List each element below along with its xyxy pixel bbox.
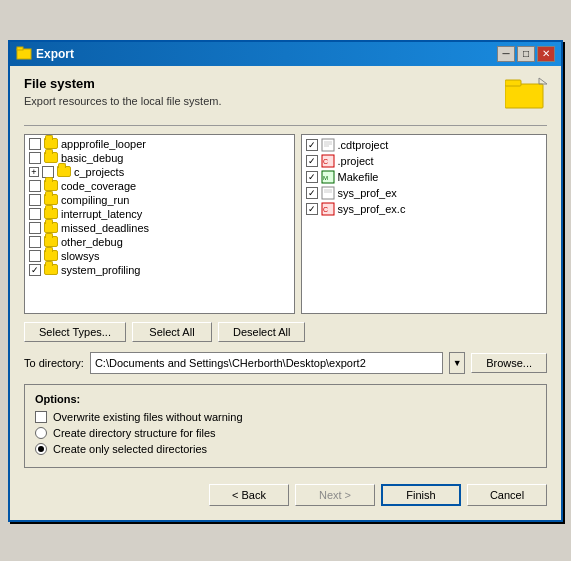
option-dir-structure: Create directory structure for files: [35, 427, 536, 439]
list-item[interactable]: basic_debug: [27, 151, 292, 165]
radio-selected-dirs[interactable]: [35, 443, 47, 455]
list-item[interactable]: code_coverage: [27, 179, 292, 193]
item-label: basic_debug: [61, 152, 123, 164]
checkbox-sysprof[interactable]: [29, 264, 41, 276]
item-label: missed_deadlines: [61, 222, 149, 234]
list-item[interactable]: compiling_run: [27, 193, 292, 207]
list-item[interactable]: C .project: [304, 153, 544, 169]
item-label: .cdtproject: [338, 139, 389, 151]
item-label: sys_prof_ex.c: [338, 203, 406, 215]
folder-icon-small: [44, 236, 58, 247]
checkbox-cdtproject[interactable]: [306, 139, 318, 151]
checkbox-sysprofexc[interactable]: [306, 203, 318, 215]
folder-icon-small: [44, 180, 58, 191]
svg-rect-7: [322, 139, 334, 151]
folder-icon-small: [44, 208, 58, 219]
item-label: Makefile: [338, 171, 379, 183]
item-label: system_profiling: [61, 264, 140, 276]
select-all-button[interactable]: Select All: [132, 322, 212, 342]
radio-dir-structure[interactable]: [35, 427, 47, 439]
item-label: interrupt_latency: [61, 208, 142, 220]
checkbox-other[interactable]: [29, 236, 41, 248]
footer-buttons: < Back Next > Finish Cancel: [24, 478, 547, 510]
svg-text:C: C: [323, 206, 328, 213]
folder-icon-small: [44, 138, 58, 149]
directory-label: To directory:: [24, 357, 84, 369]
option-overwrite: Overwrite existing files without warning: [35, 411, 536, 423]
list-item[interactable]: slowsys: [27, 249, 292, 263]
options-box: Options: Overwrite existing files withou…: [24, 384, 547, 468]
next-button[interactable]: Next >: [295, 484, 375, 506]
buttons-row: Select Types... Select All Deselect All: [24, 322, 547, 342]
checkbox-missed[interactable]: [29, 222, 41, 234]
c-file-icon: C: [321, 202, 335, 216]
left-panel[interactable]: appprofile_looper basic_debug + c_projec…: [24, 134, 295, 314]
makefile-icon: M: [321, 170, 335, 184]
checkbox-compiling[interactable]: [29, 194, 41, 206]
header-text: File system Export resources to the loca…: [24, 76, 505, 117]
separator: [24, 125, 547, 126]
right-panel[interactable]: .cdtproject C .project M Mak: [301, 134, 547, 314]
list-item[interactable]: appprofile_looper: [27, 137, 292, 151]
folder-icon-small: [57, 166, 71, 177]
section-desc: Export resources to the local file syste…: [24, 95, 505, 107]
file-icon: [321, 138, 335, 152]
checkbox-overwrite[interactable]: [35, 411, 47, 423]
panels-row: appprofile_looper basic_debug + c_projec…: [24, 134, 547, 314]
header-area: File system Export resources to the loca…: [24, 76, 547, 117]
close-button[interactable]: ✕: [537, 46, 555, 62]
dialog-icon: [16, 46, 32, 62]
cancel-button[interactable]: Cancel: [467, 484, 547, 506]
folder-icon-small: [44, 264, 58, 275]
back-button[interactable]: < Back: [209, 484, 289, 506]
svg-rect-2: [505, 84, 543, 108]
checkbox-slowsys[interactable]: [29, 250, 41, 262]
svg-rect-3: [505, 80, 521, 86]
title-text: Export: [36, 47, 74, 61]
list-item[interactable]: sys_prof_ex: [304, 185, 544, 201]
checkbox-project[interactable]: [306, 155, 318, 167]
export-dialog: Export ─ □ ✕ File system Export resource…: [8, 40, 563, 522]
finish-button[interactable]: Finish: [381, 484, 461, 506]
option-label: Create only selected directories: [53, 443, 207, 455]
checkbox-basic[interactable]: [29, 152, 41, 164]
dropdown-arrow[interactable]: ▼: [449, 352, 465, 374]
file-icon: C: [321, 154, 335, 168]
svg-rect-1: [17, 47, 23, 50]
svg-rect-15: [322, 187, 334, 199]
checkbox-interrupt[interactable]: [29, 208, 41, 220]
title-bar: Export ─ □ ✕: [10, 42, 561, 66]
option-label: Create directory structure for files: [53, 427, 216, 439]
title-bar-left: Export: [16, 46, 74, 62]
list-item[interactable]: + c_projects: [27, 165, 292, 179]
item-label: appprofile_looper: [61, 138, 146, 150]
select-types-button[interactable]: Select Types...: [24, 322, 126, 342]
title-bar-controls: ─ □ ✕: [497, 46, 555, 62]
item-label: slowsys: [61, 250, 100, 262]
list-item[interactable]: .cdtproject: [304, 137, 544, 153]
checkbox-appprofile[interactable]: [29, 138, 41, 150]
expand-btn[interactable]: +: [29, 167, 39, 177]
checkbox-makefile[interactable]: [306, 171, 318, 183]
folder-icon-small: [44, 250, 58, 261]
directory-input[interactable]: [90, 352, 443, 374]
deselect-all-button[interactable]: Deselect All: [218, 322, 305, 342]
checkbox-sysprofex[interactable]: [306, 187, 318, 199]
list-item[interactable]: M Makefile: [304, 169, 544, 185]
item-label: .project: [338, 155, 374, 167]
list-item[interactable]: other_debug: [27, 235, 292, 249]
item-label: other_debug: [61, 236, 123, 248]
browse-button[interactable]: Browse...: [471, 353, 547, 373]
maximize-button[interactable]: □: [517, 46, 535, 62]
directory-row: To directory: ▼ Browse...: [24, 352, 547, 374]
list-item[interactable]: C sys_prof_ex.c: [304, 201, 544, 217]
checkbox-cprojects[interactable]: [42, 166, 54, 178]
list-item[interactable]: interrupt_latency: [27, 207, 292, 221]
folder-icon-small: [44, 194, 58, 205]
list-item[interactable]: missed_deadlines: [27, 221, 292, 235]
list-item[interactable]: system_profiling: [27, 263, 292, 277]
file-icon: [321, 186, 335, 200]
svg-line-4: [539, 78, 547, 84]
checkbox-code[interactable]: [29, 180, 41, 192]
minimize-button[interactable]: ─: [497, 46, 515, 62]
